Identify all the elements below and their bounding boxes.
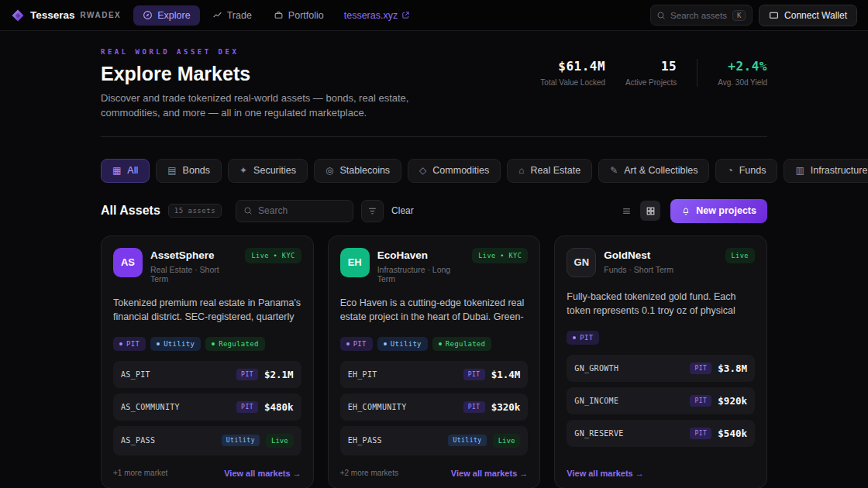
external-site-link[interactable]: tesseras.xyz: [336, 5, 418, 26]
category-filter-row: ▦ All ▤ Bonds ✦ Securities ◎ Stablecoins…: [0, 159, 868, 183]
coin-icon: ◎: [326, 166, 333, 175]
tag-regulated: Regulated: [432, 337, 491, 351]
more-markets-label: +1 more market: [113, 469, 167, 477]
pie-icon: ◔: [727, 166, 732, 175]
market-row[interactable]: EH_PIT PIT$1.4M: [340, 361, 529, 388]
asset-name: AssetSphere: [150, 249, 237, 261]
house-icon: ⌂: [518, 166, 524, 175]
grid-icon: [646, 206, 656, 216]
gem-icon: ◇: [419, 166, 426, 175]
pit-badge: PIT: [236, 369, 258, 380]
brand-suffix: RWADEX: [81, 11, 122, 19]
assets-search-input[interactable]: [258, 205, 336, 216]
filter-button[interactable]: [361, 200, 384, 222]
market-value: $320k: [491, 401, 521, 413]
list-icon: [622, 206, 632, 216]
external-link-icon: [401, 11, 410, 19]
brand-name: Tesseras: [30, 9, 75, 21]
dot-icon: [157, 342, 160, 345]
market-row[interactable]: GN_INCOME PIT$920k: [567, 387, 755, 414]
view-all-markets-link[interactable]: View all markets →: [451, 469, 528, 478]
category-chip-art-collectibles[interactable]: ✎ Art & Collectibles: [598, 159, 709, 183]
page-subtitle: Discover and trade tokenized real-world …: [101, 91, 434, 121]
live-badge: Live: [493, 434, 521, 448]
stats-panel: $61.4M Total Value Locked 15 Active Proj…: [540, 48, 767, 87]
market-row[interactable]: AS_COMMUNITY PIT$480k: [113, 393, 301, 421]
status-badge: Live • KYC: [245, 248, 301, 263]
tag-pit: PIT: [340, 337, 373, 351]
new-projects-button[interactable]: New projects: [670, 199, 767, 223]
market-row[interactable]: AS_PASS UtilityLive: [113, 426, 301, 455]
category-chip-commodities[interactable]: ◇ Commodities: [408, 159, 501, 183]
category-chip-stablecoins[interactable]: ◎ Stablecoins: [314, 159, 401, 183]
pit-badge: PIT: [690, 363, 711, 374]
assets-search-box[interactable]: [236, 200, 353, 222]
assets-toolbar: All Assets 15 assets Clear: [101, 199, 767, 223]
utility-badge: Utility: [448, 435, 486, 446]
tag-row: PIT Utility Regulated: [340, 337, 529, 351]
asset-card-ecohaven[interactable]: EH EcoHaven Infrastructure · Long Term L…: [328, 235, 541, 488]
view-all-markets-link[interactable]: View all markets →: [567, 469, 643, 478]
market-row[interactable]: AS_PIT PIT$2.1M: [113, 361, 301, 388]
market-value: $480k: [264, 401, 294, 413]
list-view-button[interactable]: [616, 201, 636, 221]
dot-icon: [212, 342, 215, 345]
header-divider: [101, 136, 767, 137]
view-all-markets-link[interactable]: View all markets →: [224, 469, 301, 478]
tesseras-logo-icon: [11, 9, 25, 22]
market-value: $1.4M: [491, 369, 521, 380]
asset-description: Eco Haven is a cutting-edge tokenized re…: [340, 296, 529, 325]
grid-view-button[interactable]: [640, 201, 660, 221]
utility-badge: Utility: [222, 435, 260, 446]
keyboard-shortcut-badge: K: [732, 10, 746, 21]
pit-badge: PIT: [463, 369, 485, 380]
asset-cards-grid: AS AssetSphere Real Estate · Short Term …: [101, 235, 767, 488]
pit-badge: PIT: [690, 428, 711, 439]
nav-item-explore[interactable]: Explore: [133, 5, 199, 26]
asset-meta: Real Estate · Short Term: [150, 265, 237, 284]
star-icon: ✦: [239, 166, 247, 175]
clear-filters-button[interactable]: Clear: [391, 205, 414, 216]
search-icon: [656, 11, 666, 20]
nav-item-trade[interactable]: Trade: [203, 5, 261, 26]
nav-search-box[interactable]: K: [650, 5, 753, 26]
tag-row: PIT: [567, 331, 755, 345]
banknote-icon: ▤: [167, 166, 176, 175]
assets-title: All Assets: [101, 204, 160, 218]
pit-badge: PIT: [236, 401, 258, 413]
asset-card-goldnest[interactable]: GN GoldNest Funds · Short Term Live Full…: [554, 235, 767, 488]
market-value: $3.8M: [718, 363, 747, 374]
chart-icon: [212, 10, 222, 20]
category-chip-infrastructure[interactable]: ▥ Infrastructure: [784, 159, 868, 183]
asset-description: Fully-backed tokenized gold fund. Each t…: [567, 290, 755, 318]
avatar: GN: [567, 248, 596, 277]
dot-icon: [439, 342, 442, 345]
tag-pit: PIT: [113, 337, 146, 351]
brush-icon: ✎: [610, 166, 618, 175]
category-chip-securities[interactable]: ✦ Securities: [228, 159, 308, 183]
wallet-icon: [769, 10, 779, 20]
category-chip-bonds[interactable]: ▤ Bonds: [156, 159, 222, 183]
page-title: Explore Markets: [101, 63, 434, 85]
status-badge: Live: [725, 248, 755, 263]
market-row[interactable]: GN_GROWTH PIT$3.8M: [567, 355, 755, 382]
more-markets-label: +2 more markets: [340, 469, 398, 477]
market-row[interactable]: EH_PASS UtilityLive: [340, 426, 529, 455]
grid-icon: ▦: [112, 166, 121, 175]
category-chip-funds[interactable]: ◔ Funds: [715, 159, 777, 183]
dot-icon: [573, 336, 576, 339]
live-badge: Live: [266, 434, 294, 448]
market-value: $540k: [718, 428, 747, 439]
asset-name: GoldNest: [604, 249, 717, 261]
building-icon: ▥: [795, 166, 804, 175]
category-chip-all[interactable]: ▦ All: [101, 159, 150, 183]
market-row[interactable]: EH_COMMUNITY PIT$320k: [340, 393, 529, 421]
category-chip-real-estate[interactable]: ⌂ Real Estate: [507, 159, 592, 183]
status-badge: Live • KYC: [472, 248, 528, 263]
market-row[interactable]: GN_RESERVE PIT$540k: [567, 420, 755, 447]
connect-wallet-button[interactable]: Connect Wallet: [759, 5, 857, 26]
asset-card-assetsphere[interactable]: AS AssetSphere Real Estate · Short Term …: [101, 235, 314, 488]
asset-name: EcoHaven: [377, 249, 464, 261]
nav-item-portfolio[interactable]: Portfolio: [264, 5, 333, 26]
search-assets-input[interactable]: [670, 11, 728, 20]
